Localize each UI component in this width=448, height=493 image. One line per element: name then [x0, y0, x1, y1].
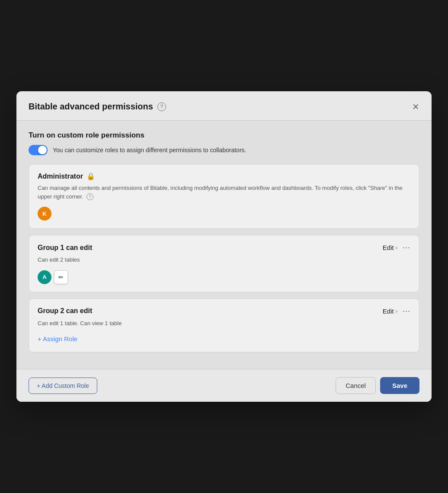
- modal-overlay: Bitable advanced permissions ? ✕ Turn on…: [0, 0, 448, 493]
- help-icon[interactable]: ?: [157, 102, 166, 111]
- admin-title: Administrator: [38, 173, 83, 180]
- group2-card-header: Group 2 can edit Edit › ···: [38, 307, 410, 316]
- cancel-button[interactable]: Cancel: [336, 377, 376, 394]
- toggle-row: You can customize roles to assign differ…: [29, 145, 419, 155]
- avatar-k: K: [38, 207, 51, 221]
- group2-description: Can edit 1 table. Can view 1 table: [38, 319, 410, 328]
- group1-avatars: A ✏: [38, 270, 410, 284]
- custom-role-toggle[interactable]: [29, 145, 48, 155]
- role-card-group2: Group 2 can edit Edit › ··· Can edit 1 t…: [29, 298, 419, 353]
- group2-title-row: Group 2 can edit: [38, 307, 92, 315]
- group1-description: Can edit 2 tables: [38, 256, 410, 264]
- group1-edit-label: Edit: [383, 244, 394, 251]
- group2-more-button[interactable]: ···: [403, 307, 410, 316]
- lock-icon: 🔒: [86, 172, 95, 180]
- admin-help-inline-icon[interactable]: ?: [86, 193, 93, 200]
- modal-footer: + Add Custom Role Cancel Save: [16, 369, 432, 402]
- group1-more-button[interactable]: ···: [403, 243, 410, 252]
- modal-title: Bitable advanced permissions: [29, 102, 153, 112]
- close-icon[interactable]: ✕: [412, 102, 419, 111]
- group2-edit-button[interactable]: Edit ›: [383, 307, 397, 315]
- avatar-a: A: [38, 270, 51, 284]
- assign-role-label: + Assign Role: [38, 335, 77, 343]
- role-card-administrator: Administrator 🔒 Can manage all contents …: [29, 164, 419, 229]
- group1-title-row: Group 1 can edit: [38, 244, 92, 252]
- pencil-icon: ✏: [58, 274, 64, 281]
- group1-edit-chevron: ›: [396, 244, 397, 251]
- group2-edit-label: Edit: [383, 307, 394, 315]
- admin-description: Can manage all contents and permissions …: [38, 184, 410, 201]
- toggle-description: You can customize roles to assign differ…: [53, 147, 246, 154]
- group1-actions: Edit › ···: [383, 243, 410, 252]
- group2-actions: Edit › ···: [383, 307, 410, 316]
- admin-title-row: Administrator 🔒: [38, 172, 95, 180]
- role-card-group1: Group 1 can edit Edit › ··· Can edit 2 t…: [29, 235, 419, 292]
- add-custom-role-button[interactable]: + Add Custom Role: [29, 378, 97, 394]
- admin-card-header: Administrator 🔒: [38, 172, 410, 180]
- modal-header-left: Bitable advanced permissions ?: [29, 102, 166, 112]
- save-button[interactable]: Save: [380, 377, 419, 394]
- modal-body: Turn on custom role permissions You can …: [16, 121, 432, 369]
- section-title: Turn on custom role permissions: [29, 131, 419, 140]
- modal-header: Bitable advanced permissions ? ✕: [16, 91, 432, 120]
- group1-edit-avatar-button[interactable]: ✏: [54, 270, 68, 284]
- footer-right-buttons: Cancel Save: [336, 377, 419, 394]
- modal: Bitable advanced permissions ? ✕ Turn on…: [16, 91, 432, 402]
- assign-role-button[interactable]: + Assign Role: [38, 333, 410, 344]
- group1-edit-button[interactable]: Edit ›: [383, 244, 397, 251]
- admin-avatars: K: [38, 207, 410, 221]
- group1-card-header: Group 1 can edit Edit › ···: [38, 243, 410, 252]
- group2-edit-chevron: ›: [396, 308, 397, 314]
- group2-title: Group 2 can edit: [38, 307, 92, 315]
- group1-title: Group 1 can edit: [38, 244, 92, 252]
